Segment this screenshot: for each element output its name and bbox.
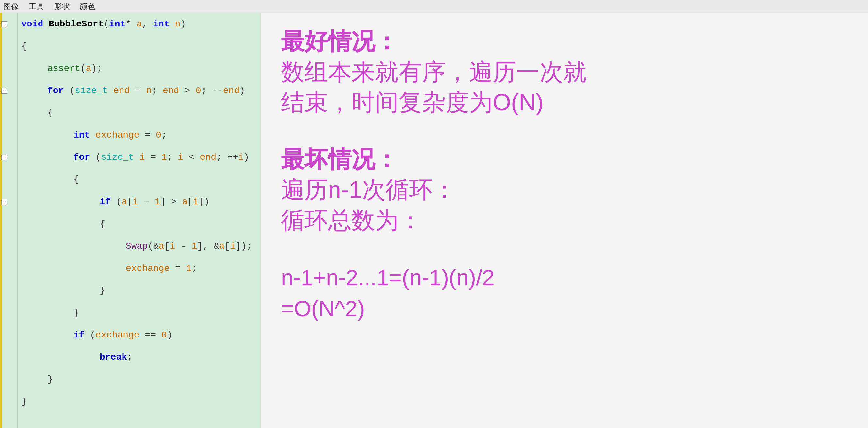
kw-int-2: int: [153, 20, 175, 29]
best-case-block: 最好情况： 数组本来就有序，遍历一次就 结束，时间复杂度为O(N): [281, 26, 848, 118]
param-n: n: [175, 20, 181, 29]
var-end-2: end: [163, 86, 179, 95]
menu-item-color[interactable]: 颜色: [80, 1, 95, 12]
right-panel: 最好情况： 数组本来就有序，遍历一次就 结束，时间复杂度为O(N) 最坏情况： …: [261, 13, 868, 428]
code-panel: − − − −: [0, 13, 261, 428]
var-i-2: i: [178, 153, 183, 162]
spacer-1: [281, 128, 848, 137]
best-case-text2: 结束，时间复杂度为O(N): [281, 87, 848, 118]
param-a: a: [136, 20, 142, 29]
gutter-row-14: [0, 302, 17, 324]
code-line-1: void BubbleSort ( int * a , int n ): [21, 13, 257, 35]
fn-swap: Swap: [126, 242, 148, 251]
collapse-btn-1[interactable]: −: [1, 21, 7, 27]
gutter-row-16: [0, 346, 17, 369]
code-line-6: int exchange = 0 ;: [21, 124, 257, 146]
code-line-3: assert ( a );: [21, 58, 257, 80]
num-1-4: 1: [186, 264, 192, 273]
math-formula-2: =O(N^2): [281, 293, 848, 324]
var-end-4: end: [200, 153, 216, 162]
code-line-18: }: [21, 391, 257, 413]
gutter-row-3: [0, 58, 17, 80]
var-a-4: a: [219, 242, 225, 251]
var-i-6: i: [169, 242, 175, 251]
code-line-7: for ( size_t i = 1 ; i < end ; ++ i ): [21, 146, 257, 169]
var-a-2: a: [182, 197, 188, 207]
num-0-2: 0: [156, 131, 161, 140]
code-content: void BubbleSort ( int * a , int n ) { as…: [18, 13, 261, 428]
gutter-row-10: [0, 213, 17, 235]
code-line-2: {: [21, 35, 257, 58]
code-line-13: }: [21, 280, 257, 302]
gutter-row-8: [0, 169, 17, 191]
code-line-17: }: [21, 369, 257, 391]
menu-item-tools[interactable]: 工具: [29, 1, 44, 12]
kw-break: break: [100, 353, 127, 362]
kw-for-1: for: [48, 86, 69, 95]
num-1-2: 1: [155, 197, 160, 207]
line-gutter: − − − −: [0, 13, 18, 428]
kw-if-2: if: [73, 331, 90, 340]
var-exchange-3: exchange: [95, 331, 139, 340]
gutter-row-9: −: [0, 191, 17, 213]
gutter-row-1: −: [0, 13, 17, 35]
kw-size_t-2: size_t: [101, 153, 140, 162]
worst-case-text2: 循环总数为：: [281, 205, 848, 236]
collapse-btn-4[interactable]: −: [1, 88, 7, 94]
kw-int-1: int: [109, 20, 125, 29]
kw-if-1: if: [100, 197, 116, 207]
math-formula-1: n-1+n-2...1=(n-1)(n)/2: [281, 262, 848, 293]
kw-int-3: int: [73, 131, 95, 140]
menu-bar: 图像 工具 形状 颜色: [0, 0, 868, 13]
var-end-3: end: [223, 86, 240, 95]
var-a-3: a: [159, 242, 164, 251]
gutter-row-11: [0, 235, 17, 257]
var-a-1: a: [122, 197, 127, 207]
gutter-row-4: −: [0, 80, 17, 102]
worst-case-title: 最坏情况：: [281, 144, 848, 175]
code-line-4: for ( size_t end = n ; end > 0 ; -- end …: [21, 80, 257, 102]
code-line-9: if ( a [ i - 1 ] > a [ i ]): [21, 191, 257, 213]
code-line-8: {: [21, 169, 257, 191]
spacer-2: [281, 246, 848, 255]
num-0-3: 0: [161, 331, 167, 340]
num-0-1: 0: [196, 86, 201, 95]
var-i-5: i: [193, 197, 198, 207]
code-line-12: exchange = 1 ;: [21, 257, 257, 280]
gutter-row-13: [0, 280, 17, 302]
code-line-14: }: [21, 302, 257, 324]
worst-case-text1: 遍历n-1次循环：: [281, 175, 848, 205]
var-end: end: [113, 86, 130, 95]
fn-assert: assert: [48, 64, 81, 73]
gutter-row-15: [0, 324, 17, 346]
best-case-text1: 数组本来就有序，遍历一次就: [281, 57, 848, 88]
code-line-16: break ;: [21, 346, 257, 369]
menu-item-image[interactable]: 图像: [3, 1, 19, 12]
menu-item-shape[interactable]: 形状: [54, 1, 70, 12]
kw-void: void: [21, 20, 49, 29]
num-1: 1: [161, 153, 167, 162]
var-n-1: n: [146, 86, 152, 95]
var-i: i: [140, 153, 145, 162]
code-line-15: if ( exchange == 0 ): [21, 324, 257, 346]
collapse-btn-7[interactable]: −: [1, 155, 7, 160]
gutter-row-2: [0, 35, 17, 58]
gutter-row-5: [0, 102, 17, 124]
gutter-row-18: [0, 391, 17, 413]
kw-for-2: for: [73, 153, 95, 162]
gutter-row-17: [0, 369, 17, 391]
kw-size_t-1: size_t: [75, 86, 113, 95]
worst-case-block: 最坏情况： 遍历n-1次循环： 循环总数为：: [281, 144, 848, 236]
code-line-5: {: [21, 102, 257, 124]
var-i-7: i: [230, 242, 236, 251]
math-block: n-1+n-2...1=(n-1)(n)/2 =O(N^2): [281, 262, 848, 324]
gutter-row-7: −: [0, 146, 17, 169]
var-exchange-2: exchange: [126, 264, 169, 273]
fn-bubblesort: BubbleSort: [49, 20, 103, 29]
best-case-title: 最好情况：: [281, 26, 848, 57]
var-i-3: i: [238, 153, 244, 162]
gutter-row-6: [0, 124, 17, 146]
collapse-btn-9[interactable]: −: [1, 199, 7, 205]
var-a-assert: a: [86, 64, 91, 73]
num-1-3: 1: [192, 242, 197, 251]
